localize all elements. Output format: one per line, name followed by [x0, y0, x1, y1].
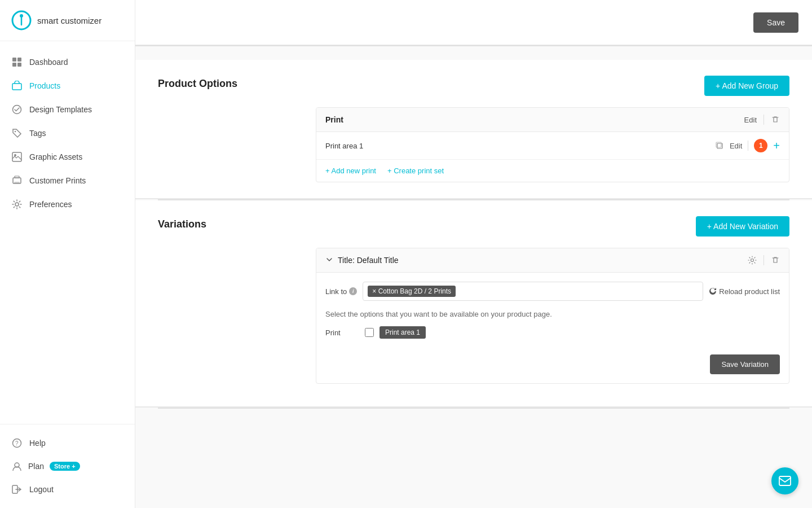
chat-bubble-button[interactable] — [771, 467, 798, 494]
var-action-divider — [764, 255, 764, 265]
variations-header: + Add New Variation — [316, 216, 789, 237]
options-hint: Select the options that you want to be a… — [325, 310, 780, 318]
plan-icon — [11, 461, 23, 472]
product-options-section: Product Options + Add New Group Print Ed… — [135, 60, 812, 199]
app-logo-icon — [11, 10, 32, 30]
design-templates-icon — [11, 104, 23, 115]
topbar: Save — [135, 0, 812, 45]
action-divider — [764, 115, 764, 125]
sidebar-item-design-templates[interactable]: Design Templates — [0, 98, 135, 121]
print-group-delete-button[interactable] — [771, 115, 780, 124]
link-to-info-icon[interactable]: i — [349, 287, 357, 295]
sidebar-item-logout-label: Logout — [29, 485, 54, 494]
variation-collapse-button[interactable] — [325, 256, 333, 265]
graphic-assets-icon — [11, 151, 23, 163]
print-option-label: Print — [325, 329, 359, 337]
dashboard-icon — [11, 56, 23, 68]
print-area-option-tag: Print area 1 — [379, 326, 426, 339]
save-variation-button[interactable]: Save Variation — [710, 354, 780, 374]
sidebar-nav: Dashboard Products Design Templates Tags — [0, 41, 135, 424]
add-new-variation-button[interactable]: + Add New Variation — [696, 216, 789, 237]
sidebar-item-tags[interactable]: Tags — [0, 121, 135, 145]
svg-point-15 — [15, 203, 19, 206]
svg-rect-20 — [717, 143, 722, 148]
product-options-header: + Add New Group — [316, 76, 789, 96]
variations-section: Variations + Add New Variation Title: De… — [135, 200, 812, 408]
variation-title-text: Title: Default Title — [338, 256, 399, 265]
svg-point-11 — [14, 154, 16, 156]
add-new-print-link[interactable]: + Add new print — [325, 167, 376, 175]
variation-delete-button[interactable] — [771, 256, 780, 265]
link-to-label: Link to i — [325, 287, 357, 296]
sidebar-item-preferences-label: Preferences — [29, 200, 72, 209]
sidebar-item-customer-prints-label: Customer Prints — [29, 176, 86, 185]
print-group-edit-button[interactable]: Edit — [744, 116, 757, 124]
print-area-copy-button[interactable] — [715, 141, 724, 150]
svg-rect-4 — [17, 58, 21, 62]
sidebar-item-plan[interactable]: Plan Store + — [0, 455, 135, 478]
variation-body: Link to i × Cotton Bag 2D / 2 Prints Rel… — [316, 273, 789, 383]
sidebar-item-graphic-assets-label: Graphic Assets — [29, 152, 82, 161]
print-group-title: Print — [325, 115, 343, 124]
add-new-group-button[interactable]: + Add New Group — [704, 76, 789, 96]
svg-point-9 — [15, 131, 16, 132]
print-area-badge: 1 — [754, 139, 767, 152]
main-content: Save Product Options + Add New Group Pri… — [135, 0, 812, 508]
sidebar-bottom: ? Help Plan Store + Logout — [0, 424, 135, 508]
sidebar-item-help-label: Help — [29, 439, 46, 448]
preferences-icon — [11, 199, 23, 210]
link-to-row: Link to i × Cotton Bag 2D / 2 Prints Rel… — [325, 282, 780, 301]
print-area-edit-button[interactable]: Edit — [730, 142, 742, 150]
print-area-footer: + Add new print + Create print set — [316, 160, 789, 182]
reload-product-list-button[interactable]: Reload product list — [709, 287, 780, 296]
variation-settings-button[interactable] — [748, 256, 757, 265]
product-options-label: Product Options — [158, 76, 316, 182]
svg-rect-23 — [779, 476, 791, 485]
create-print-set-link[interactable]: + Create print set — [387, 167, 444, 175]
products-icon — [11, 80, 23, 91]
sidebar-item-dashboard[interactable]: Dashboard — [0, 50, 135, 74]
variation-card-actions — [748, 255, 780, 265]
variation-card: Title: Default Title — [316, 248, 789, 384]
variations-label: Variations — [158, 216, 316, 384]
sidebar-logo: smart customizer — [0, 0, 135, 41]
sidebar-item-tags-label: Tags — [29, 129, 46, 138]
plan-badge: Store + — [50, 462, 80, 471]
print-option-checkbox[interactable] — [365, 328, 374, 337]
print-area-row: Print area 1 Edit 1 + — [316, 132, 789, 160]
sidebar-item-customer-prints[interactable]: Customer Prints — [0, 169, 135, 192]
svg-rect-21 — [716, 142, 721, 147]
svg-rect-13 — [15, 176, 19, 178]
variations-content: + Add New Variation Title: Default Title — [316, 216, 789, 384]
top-divider — [135, 45, 812, 46]
svg-rect-6 — [17, 63, 21, 67]
sidebar-item-dashboard-label: Dashboard — [29, 58, 68, 67]
product-options-content: + Add New Group Print Edit Print area 1 — [316, 76, 789, 182]
action-divider2 — [748, 141, 748, 151]
print-area-actions: Edit 1 + — [715, 139, 780, 152]
print-area-add-button[interactable]: + — [773, 139, 780, 152]
svg-rect-3 — [12, 58, 16, 62]
section-divider-2 — [158, 408, 789, 409]
app-name: smart customizer — [37, 16, 102, 25]
svg-rect-14 — [14, 182, 20, 183]
help-icon: ? — [11, 437, 23, 449]
svg-text:?: ? — [15, 440, 19, 446]
tags-icon — [11, 128, 23, 139]
sidebar-item-logout[interactable]: Logout — [0, 478, 135, 501]
variation-card-header: Title: Default Title — [316, 248, 789, 273]
save-button[interactable]: Save — [753, 12, 798, 33]
sidebar-item-design-templates-label: Design Templates — [29, 105, 92, 114]
print-group-header: Print Edit — [316, 108, 789, 132]
print-group-actions: Edit — [744, 115, 780, 125]
email-icon — [778, 474, 792, 488]
link-to-input[interactable]: × Cotton Bag 2D / 2 Prints — [363, 282, 703, 301]
sidebar-item-help[interactable]: ? Help — [0, 431, 135, 455]
sidebar-item-preferences[interactable]: Preferences — [0, 192, 135, 216]
variation-title: Title: Default Title — [325, 256, 399, 265]
sidebar-item-products-label: Products — [29, 81, 60, 90]
sidebar-item-graphic-assets[interactable]: Graphic Assets — [0, 145, 135, 169]
save-variation-row: Save Variation — [325, 348, 780, 374]
sidebar-item-products[interactable]: Products — [0, 74, 135, 98]
logout-icon — [11, 484, 23, 495]
